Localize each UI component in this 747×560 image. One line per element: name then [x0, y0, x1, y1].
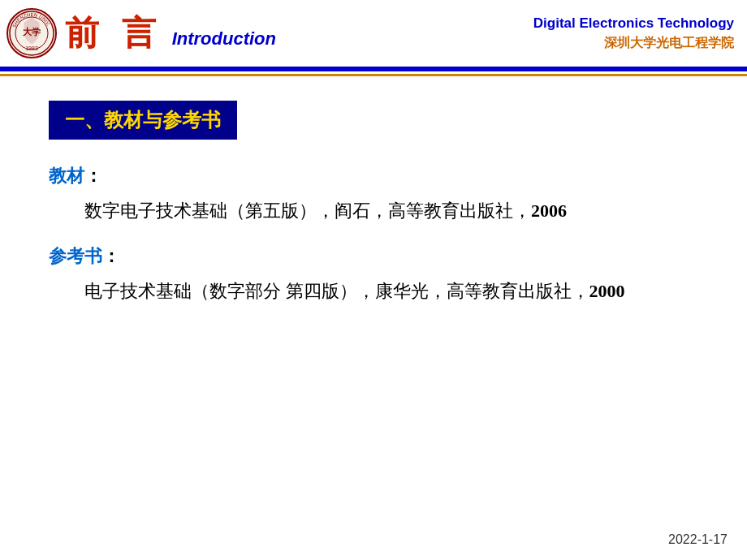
section-heading-text: 一、教材与参考书 — [65, 109, 221, 131]
blue-divider — [0, 67, 747, 71]
reference-colon: ： — [102, 246, 120, 266]
textbook-year: 2006 — [531, 200, 567, 221]
reference-body-text: 电子技术基础（数字部分 第四版），康华光，高等教育出版社， — [84, 281, 589, 301]
school-name: 深圳大学光电工程学院 — [533, 35, 734, 52]
title-english: Introduction — [172, 28, 276, 50]
university-logo: 大学 1983 SHENZHEN UNIV. — [6, 8, 57, 58]
page-header: 大学 1983 SHENZHEN UNIV. 前 言 Introduction … — [0, 0, 747, 67]
title-chinese: 前 言 — [65, 11, 162, 56]
divider-container — [0, 67, 747, 76]
title-block: 前 言 Introduction — [65, 11, 276, 56]
reference-label-text: 参考书 — [49, 246, 102, 266]
header-right: Digital Electronics Technology 深圳大学光电工程学… — [533, 15, 734, 52]
reference-year: 2000 — [589, 281, 625, 301]
textbook-label: 教材： — [49, 164, 698, 188]
section-heading-box: 一、教材与参考书 — [49, 101, 237, 140]
svg-text:1983: 1983 — [25, 45, 38, 51]
footer-date: 2022-1-17 — [668, 532, 728, 547]
header-left: 大学 1983 SHENZHEN UNIV. 前 言 Introduction — [6, 8, 276, 58]
textbook-section: 教材： 数字电子技术基础（第五版），阎石，高等教育出版社，2006 — [49, 164, 698, 225]
main-content: 一、教材与参考书 教材： 数字电子技术基础（第五版），阎石，高等教育出版社，20… — [0, 76, 747, 341]
svg-text:大学: 大学 — [22, 27, 41, 37]
reference-label: 参考书： — [49, 244, 698, 269]
textbook-label-text: 教材 — [49, 166, 84, 186]
textbook-body-text: 数字电子技术基础（第五版），阎石，高等教育出版社， — [84, 200, 531, 221]
reference-body: 电子技术基础（数字部分 第四版），康华光，高等教育出版社，2000 — [49, 277, 698, 305]
gold-divider — [0, 74, 747, 76]
textbook-body: 数字电子技术基础（第五版），阎石，高等教育出版社，2006 — [49, 196, 698, 225]
course-title: Digital Electronics Technology — [533, 15, 734, 32]
textbook-colon: ： — [84, 166, 102, 186]
reference-section: 参考书： 电子技术基础（数字部分 第四版），康华光，高等教育出版社，2000 — [49, 244, 698, 305]
